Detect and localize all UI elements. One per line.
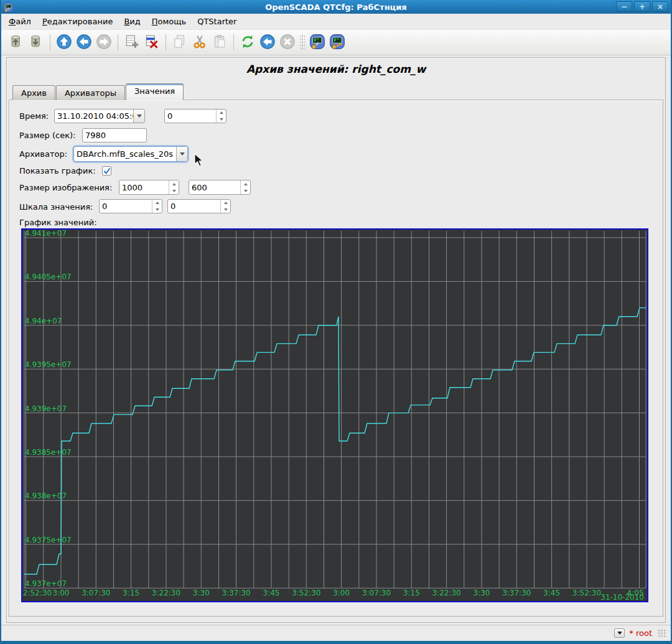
y-tick-label: 4.94e+07 [25,317,62,325]
menu-item-qtstarter[interactable]: QTStarter [192,14,242,29]
show-graph-checkbox[interactable] [102,166,111,175]
menu-item-файл[interactable]: Файл [3,14,37,29]
window-border-left [0,0,1,644]
delete-item-button[interactable] [142,32,162,52]
load-from-db-button[interactable] [6,32,26,52]
size-seconds-field[interactable]: 7980 [82,128,147,142]
image-height-spinbox[interactable]: 600 [189,180,251,195]
back-button[interactable] [74,32,94,52]
db-save-icon [28,34,44,52]
chevron-down-icon[interactable] [133,110,144,123]
y-tick-label: 4.939e+07 [25,404,67,413]
size-seconds-value: 7980 [83,131,146,140]
toolbar-handle[interactable] [300,34,305,50]
forward-button [94,32,114,52]
window-controls: −+× [616,1,668,12]
checkmark-icon [103,167,111,175]
menu-bar: ФайлРедактированиеВидПомощьQTStarter [1,14,671,30]
y-tick-label: 4.938e+07 [25,492,67,500]
status-dropdown-button[interactable] [614,628,625,638]
archiver-combobox[interactable]: DBArch.mfB_scales_20s [73,146,188,162]
add-item-button[interactable] [122,32,142,52]
toolbar-separator [166,34,166,50]
x-tick-label: 2:52:30 [23,589,52,597]
qtstarter-qtcfg-button[interactable] [327,32,347,52]
tab-bar: АрхивАрхиваторыЗначения [12,83,184,100]
x-tick-label: 3:52:30 [292,589,320,597]
minimize-button[interactable]: − [616,1,632,12]
tab-content-values: Время: 31.10.2010 04:05:00 0 Размер (сек… [9,100,663,617]
value-scale-label: Шкала значения: [19,202,93,212]
y-tick-label: 4.9395e+07 [25,360,72,369]
x-tick-label: 3:07:30 [82,589,110,597]
scale-from-spinbox[interactable]: 0 [99,199,162,213]
x-tick-label: 3:07:30 [362,589,391,597]
tab-архиваторы[interactable]: Архиваторы [56,85,125,100]
spin-arrows-icon[interactable] [152,200,162,213]
time-value: 31.10.2010 04:05:00 [55,111,133,121]
openscada-edit-icon [329,34,345,52]
close-button[interactable]: × [652,1,668,12]
scale-to-spinbox[interactable]: 0 [167,199,231,213]
x-tick-label: 3:45 [543,589,560,597]
refresh-button[interactable] [238,32,258,52]
start-button[interactable] [258,32,278,52]
stop-circle-icon [279,34,296,52]
spin-arrows-icon[interactable] [169,180,179,194]
copy-item-button [170,32,190,52]
x-tick-label: 3:45 [263,589,280,597]
size-label: Размер (сек): [19,131,75,140]
date-label: 31-10-2010 [600,593,644,601]
x-tick-label: 3:22:30 [152,589,180,597]
y-tick-label: 4.941e+07 [25,230,67,238]
time-usec-spinbox[interactable]: 0 [164,109,226,123]
image-height-value: 600 [189,183,240,192]
x-tick-label: 3:15 [403,589,420,597]
window-border-bottom [0,641,672,644]
title-bar[interactable]: OpenSCADA QTCfg: РабСтнция −+× [0,0,672,14]
show-graph-label: Показать график: [19,166,96,175]
resize-grip[interactable] [658,629,666,637]
start-circle-icon [259,34,276,52]
cut-icon [192,34,208,52]
toolbar-separator [118,34,118,50]
qtstarter-config-button[interactable] [307,32,327,52]
spin-arrows-icon[interactable] [220,200,230,213]
toolbar-separator [233,34,234,50]
image-size-label: Размер изображения: [19,183,112,192]
image-width-value: 1000 [119,183,169,192]
page-title: Архив значений: right_com_w [0,63,672,75]
archiver-label: Архиватор: [19,149,67,159]
forward-circle-icon [96,34,112,52]
x-tick-label: 3:22:30 [432,589,460,597]
save-to-db-button[interactable] [26,32,46,52]
x-tick-label: 3:15 [123,589,139,597]
menu-item-помощь[interactable]: Помощь [146,14,192,29]
maximize-button[interactable]: + [634,1,650,12]
x-tick-label: 3:37:30 [502,589,531,597]
image-width-spinbox[interactable]: 1000 [119,180,179,195]
status-bar: * root [1,625,671,641]
toolbar [1,30,671,55]
x-tick-label: 3:00 [53,589,70,597]
menu-item-редактирование[interactable]: Редактирование [37,14,118,29]
menu-item-вид[interactable]: Вид [118,14,146,29]
stop-button [278,32,297,52]
cut-item-button[interactable] [190,32,210,52]
time-usec-value: 0 [165,111,216,121]
spin-arrows-icon[interactable] [216,110,226,123]
time-combobox[interactable]: 31.10.2010 04:05:00 [54,109,145,123]
item-delete-icon [144,34,160,52]
time-label: Время: [19,111,49,121]
paste-icon [212,34,228,52]
graph-label: График значений: [19,218,97,227]
tab-значения[interactable]: Значения [126,83,184,100]
tab-архив[interactable]: Архив [12,85,55,100]
up-button[interactable] [54,32,74,52]
chevron-down-icon[interactable] [176,147,187,161]
archiver-value: DBArch.mfB_scales_20s [74,149,176,159]
spin-arrows-icon[interactable] [240,180,250,194]
db-load-icon [8,34,24,52]
back-circle-icon [76,34,92,52]
values-graph: 4.941e+074.9405e+074.94e+074.9395e+074.9… [21,228,648,602]
